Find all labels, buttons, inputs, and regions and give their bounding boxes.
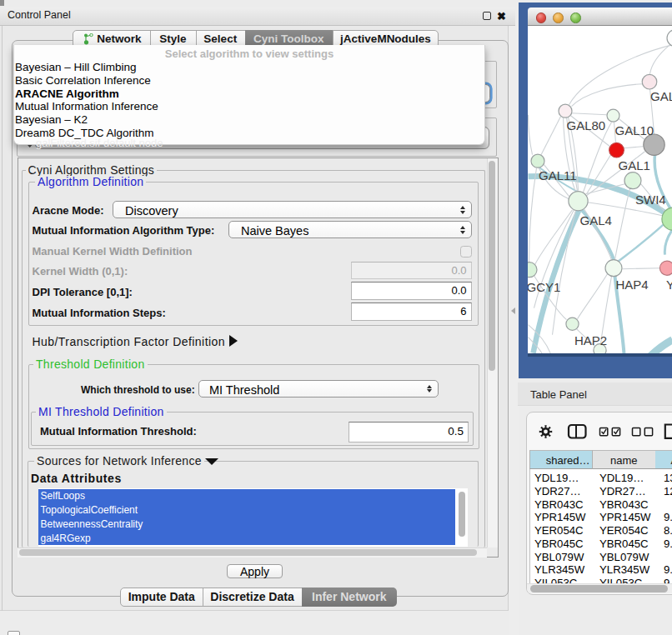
svg-text:GAL1: GAL1 <box>618 158 649 172</box>
svg-text:GAL7: GAL7 <box>650 89 672 103</box>
svg-text:HAP2: HAP2 <box>574 333 607 348</box>
svg-text:GCY1: GCY1 <box>528 280 560 294</box>
svg-text:GAL80: GAL80 <box>566 118 605 132</box>
svg-text:SWI4: SWI4 <box>635 192 666 207</box>
svg-text:GAL10: GAL10 <box>614 123 654 138</box>
svg-text:Y: Y <box>666 278 672 292</box>
svg-text:GAL11: GAL11 <box>539 168 577 182</box>
svg-text:GAL4: GAL4 <box>579 213 611 228</box>
svg-text:HAP4: HAP4 <box>615 278 648 292</box>
